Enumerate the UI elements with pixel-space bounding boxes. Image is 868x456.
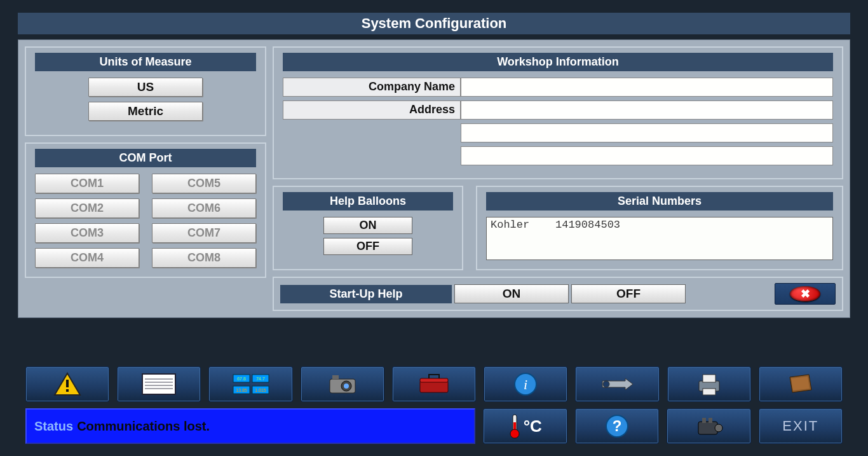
gauges-icon: 67.874.713.851.015 <box>232 372 270 396</box>
svg-text:?: ? <box>612 417 621 434</box>
com8-button[interactable]: COM8 <box>152 248 256 268</box>
company-name-input[interactable] <box>461 78 833 97</box>
com6-button[interactable]: COM6 <box>152 198 256 218</box>
help-balloons-on-button[interactable]: ON <box>323 217 412 234</box>
svg-rect-2 <box>66 389 69 392</box>
help-balloons-header: Help Balloons <box>283 192 453 211</box>
svg-text:1.015: 1.015 <box>255 388 266 392</box>
question-icon: ? <box>604 413 630 439</box>
camera-button[interactable] <box>301 366 384 402</box>
exit-label: EXIT <box>782 418 818 434</box>
info-icon: i <box>513 371 538 397</box>
svg-point-30 <box>510 429 519 438</box>
toolbar-top: 67.874.713.851.015 i <box>25 366 843 402</box>
svg-rect-3 <box>142 374 175 394</box>
startup-help-off-button[interactable]: OFF <box>571 284 686 303</box>
help-balloons-off-button[interactable]: OFF <box>323 238 412 255</box>
printer-icon <box>695 372 723 396</box>
engine-button[interactable] <box>667 408 751 444</box>
com-port-header: COM Port <box>35 149 256 167</box>
serial-numbers-text: Kohler 1419084503 <box>486 217 833 260</box>
units-us-button[interactable]: US <box>88 78 203 97</box>
com-port-panel: COM Port COM1 COM2 COM3 COM4 COM5 COM6 C… <box>25 142 266 278</box>
thermometer-icon <box>508 413 521 439</box>
serial-numbers-panel: Serial Numbers Kohler 1419084503 <box>476 186 843 270</box>
com1-button[interactable]: COM1 <box>35 174 139 193</box>
svg-point-36 <box>715 424 722 432</box>
units-panel: Units of Measure US Metric <box>25 46 266 136</box>
close-button[interactable]: ✖ <box>775 283 836 305</box>
com7-button[interactable]: COM7 <box>152 223 256 243</box>
company-name-label: Company Name <box>283 78 461 97</box>
svg-rect-34 <box>702 418 706 423</box>
camera-icon <box>327 373 358 396</box>
workshop-panel: Workshop Information Company Name Addres… <box>273 46 843 179</box>
book-icon <box>787 373 814 395</box>
com5-button[interactable]: COM5 <box>152 174 256 193</box>
com3-button[interactable]: COM3 <box>35 223 139 243</box>
temperature-button[interactable]: °C <box>483 408 567 444</box>
svg-text:13.85: 13.85 <box>236 388 247 392</box>
help-button[interactable]: ? <box>575 408 660 444</box>
svg-rect-26 <box>703 375 715 382</box>
address2-input[interactable] <box>461 123 833 142</box>
status-bar: Status Communications lost. <box>25 408 475 444</box>
wrench-button[interactable] <box>575 366 659 402</box>
toolbar-bottom: Status Communications lost. °C ? EXIT <box>25 408 843 444</box>
close-icon: ✖ <box>790 286 820 301</box>
svg-text:74.7: 74.7 <box>256 377 265 381</box>
svg-rect-35 <box>709 418 712 423</box>
engine-icon <box>693 414 724 438</box>
list-icon <box>141 373 177 396</box>
status-label: Status <box>34 419 73 434</box>
info-button[interactable]: i <box>484 366 567 402</box>
toolbox-button[interactable] <box>392 366 476 402</box>
startup-help-header: Start-Up Help <box>280 285 452 303</box>
address1-input[interactable] <box>461 100 833 120</box>
startup-help-on-button[interactable]: ON <box>454 284 569 303</box>
temperature-label: °C <box>524 417 542 436</box>
warning-button[interactable] <box>25 366 109 402</box>
page-title: System Configuration <box>18 13 850 34</box>
help-balloons-panel: Help Balloons ON OFF <box>273 186 463 270</box>
com2-button[interactable]: COM2 <box>35 198 139 218</box>
list-button[interactable] <box>117 366 201 402</box>
units-header: Units of Measure <box>35 53 256 71</box>
com4-button[interactable]: COM4 <box>35 248 139 268</box>
svg-rect-19 <box>332 375 339 379</box>
svg-rect-21 <box>420 378 448 382</box>
warning-icon <box>53 372 81 396</box>
workshop-header: Workshop Information <box>283 53 833 71</box>
address3-input[interactable] <box>461 146 833 165</box>
units-metric-button[interactable]: Metric <box>88 102 203 121</box>
svg-text:i: i <box>524 377 527 392</box>
toolbox-icon <box>417 373 451 395</box>
svg-rect-27 <box>703 389 715 395</box>
printer-button[interactable] <box>667 366 751 402</box>
address-label: Address <box>283 100 461 120</box>
gauges-button[interactable]: 67.874.713.851.015 <box>208 366 292 402</box>
svg-point-18 <box>344 383 349 389</box>
svg-rect-20 <box>420 381 448 392</box>
status-text: Communications lost. <box>77 419 210 434</box>
wrench-icon <box>600 377 634 391</box>
startup-help-row: Start-Up Help ON OFF ✖ <box>273 277 843 311</box>
manual-button[interactable] <box>759 366 843 402</box>
svg-text:67.8: 67.8 <box>237 377 246 381</box>
exit-button[interactable]: EXIT <box>759 408 843 444</box>
serial-numbers-header: Serial Numbers <box>486 192 833 211</box>
svg-point-24 <box>603 381 609 387</box>
main-frame: Units of Measure US Metric COM Port COM1… <box>18 39 850 318</box>
svg-rect-1 <box>66 380 69 387</box>
